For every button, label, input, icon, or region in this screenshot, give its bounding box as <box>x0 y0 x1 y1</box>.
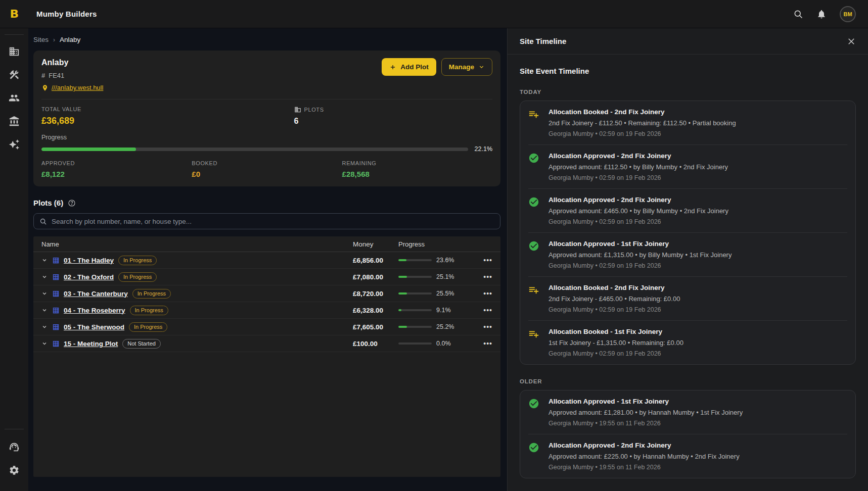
chevron-right-icon: › <box>53 36 55 43</box>
plot-name-link[interactable]: 15 - Meeting Plot <box>64 340 118 348</box>
chevron-down-icon[interactable] <box>41 324 48 330</box>
plot-building-icon <box>52 273 60 281</box>
timeline-group-label: TODAY <box>520 89 856 95</box>
main-content: Sites › Anlaby Anlaby # FE41 ///anlaby.w… <box>28 28 507 491</box>
plot-progress-track <box>398 276 432 278</box>
manage-button[interactable]: Manage <box>441 58 492 76</box>
site-card: Anlaby # FE41 ///anlaby.west.hull <box>33 51 500 186</box>
table-row[interactable]: 02 - The Oxford In Progress £7,080.00 25… <box>33 269 500 285</box>
event-detail: Approved amount: £465.00 • by Billy Mumb… <box>549 207 728 215</box>
timeline-group-card: Allocation Booked - 2nd Fix Joinery 2nd … <box>520 101 856 365</box>
event-detail: Approved amount: £1,281.00 • by Hannah M… <box>549 409 743 416</box>
timeline-event: Allocation Approved - 2nd Fix Joinery Ap… <box>520 145 855 188</box>
row-menu-button[interactable]: ••• <box>483 324 492 329</box>
plot-progress-track <box>398 292 432 294</box>
panel-title: Site Timeline <box>520 37 566 45</box>
row-menu-button[interactable]: ••• <box>483 308 492 313</box>
plot-progress-track <box>398 259 432 261</box>
plots-search-input[interactable] <box>52 218 494 225</box>
plot-name-link[interactable]: 04 - The Roseberry <box>64 307 125 314</box>
plot-name-link[interactable]: 03 - The Canterbury <box>64 290 128 298</box>
plot-money: £8,720.00 <box>353 290 398 298</box>
event-detail: 2nd Fix Joinery - £465.00 • Remaining: £… <box>549 295 680 303</box>
shell: Sites › Anlaby Anlaby # FE41 ///anlaby.w… <box>0 28 868 491</box>
plot-name-link[interactable]: 01 - The Hadley <box>64 257 114 264</box>
timeline-event: Allocation Approved - 2nd Fix Joinery Ap… <box>520 189 855 232</box>
event-title: Allocation Approved - 2nd Fix Joinery <box>549 152 728 160</box>
booked-value: £0 <box>192 170 342 178</box>
event-title: Allocation Booked - 1st Fix Joinery <box>549 328 683 335</box>
site-progress-percent: 22.1% <box>473 145 492 153</box>
booked-stat: BOOKED £0 <box>192 160 342 178</box>
event-meta: Georgia Mumby • 02:59 on 19 Feb 2026 <box>549 174 728 181</box>
bell-icon[interactable] <box>816 9 827 19</box>
gear-icon[interactable] <box>9 465 20 476</box>
event-title: Allocation Approved - 1st Fix Joinery <box>549 240 732 248</box>
site-code-row: # FE41 <box>41 72 103 79</box>
event-detail: 2nd Fix Joinery - £112.50 • Remaining: £… <box>549 119 736 127</box>
table-row[interactable]: 05 - The Sherwood In Progress £7,605.00 … <box>33 319 500 335</box>
chevron-down-icon[interactable] <box>41 257 48 263</box>
close-icon[interactable] <box>847 37 856 46</box>
site-card-info: Anlaby # FE41 ///anlaby.west.hull <box>41 58 103 91</box>
sidebar-item-people[interactable] <box>9 92 20 104</box>
plot-progress-track <box>398 342 432 345</box>
row-menu-button[interactable]: ••• <box>483 291 492 296</box>
plots-stat: PLOTS 6 <box>294 106 324 126</box>
event-meta: Georgia Mumby • 02:59 on 19 Feb 2026 <box>549 306 680 313</box>
timeline-event: Allocation Booked - 2nd Fix Joinery 2nd … <box>520 101 855 144</box>
table-row[interactable]: 03 - The Canterbury In Progress £8,720.0… <box>33 285 500 302</box>
plot-progress-percent: 23.6% <box>436 257 454 264</box>
event-title: Allocation Booked - 2nd Fix Joinery <box>549 284 680 291</box>
approved-icon <box>528 197 539 208</box>
booked-icon <box>528 328 539 339</box>
chevron-down-icon[interactable] <box>41 307 48 313</box>
topbar: B Mumby Builders BM <box>0 0 868 28</box>
panel-body: Site Event Timeline TODAY Allocation Boo… <box>508 55 868 478</box>
avatar[interactable]: BM <box>840 6 856 22</box>
sidebar-item-tools[interactable] <box>9 69 20 80</box>
row-menu-button[interactable]: ••• <box>483 341 492 346</box>
row-menu-button[interactable]: ••• <box>483 274 492 279</box>
add-plot-button[interactable]: Add Plot <box>382 58 436 76</box>
row-menu-button[interactable]: ••• <box>483 258 492 263</box>
plot-progress: 25.5% <box>398 290 474 297</box>
sidebar-item-bank[interactable] <box>9 116 20 127</box>
sidebar-item-sparkles[interactable] <box>9 139 20 150</box>
status-badge: In Progress <box>118 272 157 282</box>
plot-name-link[interactable]: 02 - The Oxford <box>64 273 114 281</box>
plots-header: Plots (6) <box>33 199 500 207</box>
sidebar-divider <box>5 34 24 35</box>
search-icon[interactable] <box>793 9 803 19</box>
location-pin-icon <box>41 84 49 91</box>
plots-label: PLOTS <box>304 107 324 113</box>
table-row[interactable]: 04 - The Roseberry In Progress £6,328.00… <box>33 302 500 319</box>
table-row[interactable]: 15 - Meeting Plot Not Started £100.00 0.… <box>33 335 500 352</box>
chevron-down-icon[interactable] <box>41 274 48 280</box>
logo-box[interactable]: B <box>0 8 28 20</box>
timeline-heading: Site Event Timeline <box>520 67 856 75</box>
timeline-group: OLDER Allocation Approved - 1st Fix Join… <box>520 378 856 478</box>
what3words-link[interactable]: ///anlaby.west.hull <box>52 84 103 91</box>
plot-progress-percent: 0.0% <box>436 340 451 347</box>
table-row[interactable]: 01 - The Hadley In Progress £6,856.00 23… <box>33 252 500 269</box>
plot-money: £100.00 <box>353 340 398 348</box>
app-title: Mumby Builders <box>36 10 97 18</box>
headset-icon[interactable] <box>9 441 20 453</box>
plot-money: £7,080.00 <box>353 273 398 281</box>
hash-icon: # <box>41 72 45 79</box>
event-meta: Georgia Mumby • 02:59 on 19 Feb 2026 <box>549 350 683 357</box>
breadcrumb-sites-link[interactable]: Sites <box>33 36 49 43</box>
sidebar-item-sites[interactable] <box>9 46 20 57</box>
search-icon <box>39 218 47 225</box>
remaining-stat: REMAINING £28,568 <box>342 160 492 178</box>
chevron-down-icon <box>478 64 485 70</box>
help-icon[interactable] <box>68 199 76 207</box>
plot-progress-percent: 25.2% <box>436 323 454 330</box>
breadcrumb-current: Anlaby <box>60 36 80 43</box>
status-badge: In Progress <box>118 256 157 265</box>
breadcrumb: Sites › Anlaby <box>33 36 500 43</box>
chevron-down-icon[interactable] <box>41 340 48 347</box>
chevron-down-icon[interactable] <box>41 290 48 297</box>
plot-name-link[interactable]: 05 - The Sherwood <box>64 323 124 331</box>
